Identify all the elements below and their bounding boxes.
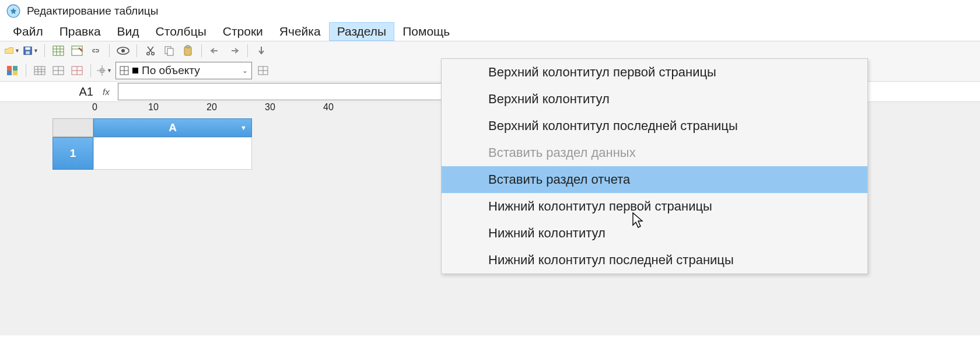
palette-icon[interactable]	[5, 63, 20, 78]
save-button[interactable]	[23, 43, 38, 58]
dd-footer-last-page[interactable]: Нижний колонтитул последней страницы	[442, 247, 867, 274]
ruler-tick: 0	[92, 102, 97, 113]
grid2-icon[interactable]	[51, 63, 66, 78]
app-gear-icon	[6, 3, 21, 19]
table-icon[interactable]	[51, 43, 66, 58]
dd-header[interactable]: Верхний колонтитул	[442, 86, 867, 113]
copy-icon[interactable]	[162, 43, 177, 58]
sep	[136, 44, 137, 57]
fit-mode-label: По объекту	[142, 64, 200, 77]
arrow-down-icon[interactable]	[254, 43, 269, 58]
column-header-a[interactable]: A ▼	[93, 118, 252, 137]
svg-rect-22	[13, 71, 18, 75]
ruler-tick: 40	[323, 102, 334, 113]
svg-rect-21	[7, 71, 12, 75]
cell-name-box[interactable]: A1	[58, 85, 97, 99]
cut-icon[interactable]	[143, 43, 158, 58]
black-square-icon	[132, 68, 138, 73]
grid1-icon[interactable]	[32, 63, 47, 78]
menu-cell[interactable]: Ячейка	[271, 22, 329, 41]
ruler-tick: 10	[148, 102, 159, 113]
grid-corner[interactable]	[52, 118, 93, 137]
dd-header-first-page[interactable]: Верхний колонтитул первой страницы	[442, 59, 867, 86]
grid4-icon[interactable]	[256, 63, 271, 78]
fit-mode-combo[interactable]: По объекту ⌄	[116, 62, 252, 79]
svg-rect-23	[34, 66, 45, 75]
ruler-tick: 30	[265, 102, 275, 113]
svg-rect-18	[186, 45, 190, 48]
chevron-down-icon[interactable]: ▼	[240, 124, 247, 131]
sections-dropdown: Верхний колонтитул первой страницы Верхн…	[441, 58, 868, 274]
grid-small-icon	[120, 66, 129, 75]
svg-rect-20	[13, 66, 18, 71]
column-header-label: A	[169, 121, 177, 134]
svg-rect-19	[7, 66, 12, 71]
dd-footer[interactable]: Нижний колонтитул	[442, 220, 867, 247]
svg-point-14	[152, 52, 155, 55]
title-bar: Редактирование таблицы	[0, 0, 980, 22]
menu-edit[interactable]: Правка	[51, 22, 109, 41]
cell-a1[interactable]	[93, 137, 252, 170]
ruler-tick: 20	[206, 102, 217, 113]
export-icon[interactable]	[69, 43, 85, 58]
svg-rect-16	[167, 48, 173, 55]
row-header-1[interactable]: 1	[52, 137, 93, 170]
menu-rows[interactable]: Строки	[215, 22, 271, 41]
menu-sections[interactable]: Разделы	[329, 22, 395, 41]
sep	[247, 44, 248, 57]
svg-point-13	[147, 52, 150, 55]
svg-rect-3	[26, 51, 30, 54]
menu-help[interactable]: Помощь	[394, 22, 458, 41]
window-title: Редактирование таблицы	[27, 5, 158, 17]
link-icon[interactable]	[88, 43, 103, 58]
redo-icon[interactable]	[226, 43, 242, 58]
vertical-ruler	[35, 118, 52, 170]
sep	[26, 64, 26, 77]
sep	[90, 64, 91, 77]
menu-file[interactable]: Файл	[5, 22, 51, 41]
toolbar-main	[0, 41, 980, 60]
undo-icon[interactable]	[208, 43, 223, 58]
target-icon[interactable]	[97, 63, 112, 78]
svg-point-12	[121, 49, 125, 52]
open-button[interactable]	[5, 43, 20, 58]
menu-bar: Файл Правка Вид Столбцы Строки Ячейка Ра…	[0, 22, 980, 41]
chevron-down-icon: ⌄	[242, 66, 248, 75]
sep	[201, 44, 202, 57]
svg-rect-9	[72, 46, 82, 55]
menu-columns[interactable]: Столбцы	[148, 22, 215, 41]
svg-rect-2	[25, 47, 30, 50]
dd-header-last-page[interactable]: Верхний колонтитул последней страницы	[442, 113, 867, 139]
grid3-icon[interactable]	[69, 63, 85, 78]
preview-icon[interactable]	[116, 43, 131, 58]
fx-label: fx	[103, 87, 110, 97]
svg-rect-4	[53, 46, 64, 55]
menu-view[interactable]: Вид	[109, 22, 148, 41]
sep	[109, 44, 110, 57]
paste-icon[interactable]	[180, 43, 195, 58]
dd-insert-report-section[interactable]: Вставить раздел отчета	[442, 166, 867, 193]
dd-insert-data-section: Вставить раздел данных	[442, 139, 867, 166]
dd-footer-first-page[interactable]: Нижний колонтитул первой страницы	[442, 193, 867, 220]
sep	[44, 44, 45, 57]
